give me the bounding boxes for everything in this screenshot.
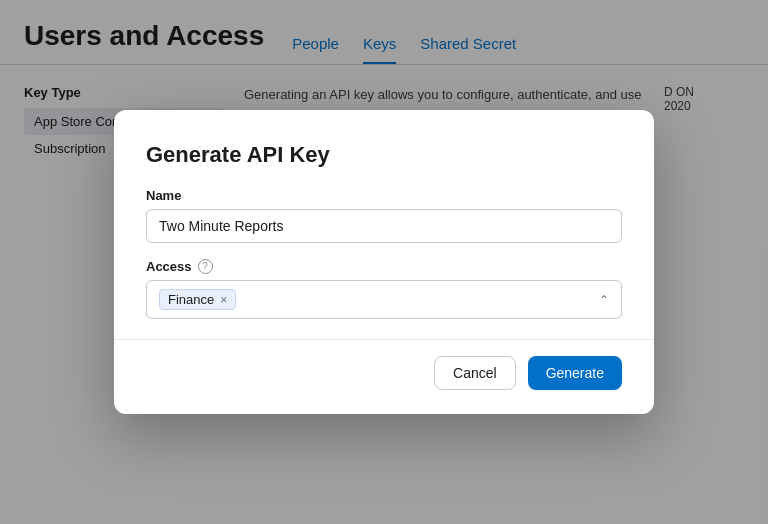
tag-label: Finance xyxy=(168,292,214,307)
generate-button[interactable]: Generate xyxy=(528,356,622,390)
modal-title: Generate API Key xyxy=(146,142,622,168)
cancel-button[interactable]: Cancel xyxy=(434,356,516,390)
access-tags: Finance × xyxy=(159,289,236,310)
access-dropdown[interactable]: Finance × ⌃ xyxy=(146,280,622,319)
chevron-up-icon: ⌃ xyxy=(599,293,609,307)
access-label: Access xyxy=(146,259,192,274)
access-label-row: Access ? xyxy=(146,259,622,274)
help-icon[interactable]: ? xyxy=(198,259,213,274)
modal-divider xyxy=(114,339,654,340)
modal-footer: Cancel Generate xyxy=(146,356,622,390)
tag-remove-button[interactable]: × xyxy=(220,294,227,306)
finance-tag: Finance × xyxy=(159,289,236,310)
name-input[interactable] xyxy=(146,209,622,243)
modal-overlay: Generate API Key Name Access ? Finance ×… xyxy=(0,0,768,524)
name-label: Name xyxy=(146,188,622,203)
generate-api-key-modal: Generate API Key Name Access ? Finance ×… xyxy=(114,110,654,414)
